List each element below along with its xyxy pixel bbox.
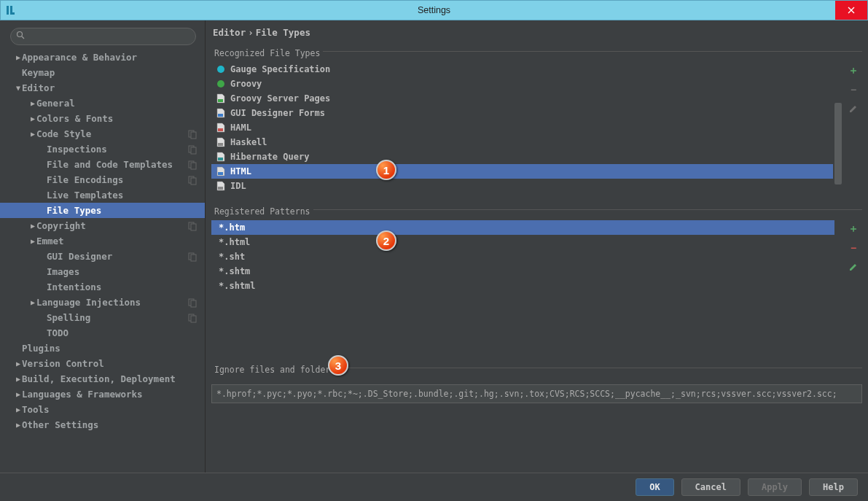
search-input[interactable] <box>10 28 196 45</box>
sidebar-item-language-injections[interactable]: Language Injections <box>0 295 205 310</box>
pattern-label: *.sht <box>219 249 245 264</box>
sidebar-item-file-and-code-templates[interactable]: File and Code Templates <box>0 157 205 172</box>
sidebar-item-colors-fonts[interactable]: Colors & Fonts <box>0 111 205 126</box>
edit-pattern-button[interactable] <box>848 261 859 273</box>
pattern-label: *.html <box>219 235 250 249</box>
file-type-row[interactable]: HAML <box>211 120 833 135</box>
sidebar-item-intentions[interactable]: Intentions <box>0 279 205 295</box>
sidebar-item-appearance-behavior[interactable]: Appearance & Behavior <box>0 50 205 65</box>
sidebar-item-languages-frameworks[interactable]: Languages & Frameworks <box>0 387 205 402</box>
pattern-row[interactable]: *.html <box>211 235 834 249</box>
sidebar-item-emmet[interactable]: Emmet <box>0 233 205 249</box>
search-icon <box>16 31 25 42</box>
patterns-list[interactable]: *.htm*.html*.sht*.shtm*.shtml <box>211 220 834 359</box>
svg-rect-15 <box>191 255 196 261</box>
add-pattern-button[interactable]: ＋ <box>848 223 859 235</box>
sidebar-item-label: Copyright <box>36 220 86 231</box>
file-type-label: Groovy <box>230 77 262 91</box>
file-type-row[interactable]: Haskell <box>211 135 833 149</box>
svg-rect-13 <box>191 224 196 230</box>
pattern-row[interactable]: *.htm <box>211 220 834 235</box>
registered-label: Registered Patterns <box>211 206 313 217</box>
sidebar-item-images[interactable]: Images <box>0 264 205 279</box>
file-type-label: Hibernate Query <box>230 149 309 164</box>
sidebar-item-spelling[interactable]: Spelling <box>0 310 205 325</box>
breadcrumb-sep-icon: › <box>248 27 254 38</box>
svg-rect-11 <box>191 178 196 185</box>
remove-file-type-button[interactable]: − <box>848 84 859 96</box>
tree-arrow-icon <box>29 96 36 111</box>
sidebar-item-label: Tools <box>22 404 50 415</box>
sidebar-item-version-control[interactable]: Version Control <box>0 356 205 371</box>
ok-button[interactable]: OK <box>636 478 673 496</box>
svg-rect-22 <box>218 99 223 102</box>
button-bar: OK Cancel Apply Help <box>0 473 868 500</box>
sidebar-item-label: File and Code Templates <box>47 159 173 170</box>
pattern-row[interactable]: *.shtm <box>211 264 834 279</box>
sidebar-item-plugins[interactable]: Plugins <box>0 341 205 356</box>
sidebar-item-inspections[interactable]: Inspections <box>0 141 205 157</box>
settings-tree[interactable]: Appearance & BehaviorKeymapEditorGeneral… <box>0 50 205 473</box>
sidebar-item-label: Keymap <box>22 67 55 78</box>
file-types-list[interactable]: Gauge SpecificationGroovyGroovy Server P… <box>211 62 833 201</box>
file-types-container: Gauge SpecificationGroovyGroovy Server P… <box>211 62 862 201</box>
sidebar-item-editor[interactable]: Editor <box>0 80 205 96</box>
file-type-row[interactable]: Gauge Specification <box>211 62 833 77</box>
project-scheme-icon <box>187 312 198 322</box>
pattern-row[interactable]: *.sht <box>211 249 834 264</box>
sidebar-item-file-types[interactable]: File Types <box>0 203 205 218</box>
breadcrumb-root: Editor <box>213 27 246 38</box>
file-types-scrollbar[interactable] <box>833 62 843 201</box>
svg-point-20 <box>217 66 224 73</box>
file-red-icon <box>216 123 226 133</box>
sidebar-item-build-execution-deployment[interactable]: Build, Execution, Deployment <box>0 371 205 387</box>
help-button[interactable]: Help <box>809 478 858 496</box>
edit-file-type-button[interactable] <box>848 103 859 114</box>
file-type-row[interactable]: Groovy <box>211 77 833 91</box>
sidebar-item-tools[interactable]: Tools <box>0 402 205 417</box>
svg-rect-19 <box>191 316 196 322</box>
pattern-row[interactable]: *.shtml <box>211 279 834 293</box>
callout-3: 3 <box>328 355 348 376</box>
add-file-type-button[interactable]: ＋ <box>848 65 859 77</box>
sidebar-item-live-templates[interactable]: Live Templates <box>0 187 205 203</box>
sidebar-item-gui-designer[interactable]: GUI Designer <box>0 249 205 264</box>
sidebar-item-general[interactable]: General <box>0 96 205 111</box>
sidebar-item-keymap[interactable]: Keymap <box>0 65 205 80</box>
ignore-input[interactable] <box>211 384 862 403</box>
svg-rect-7 <box>191 147 196 154</box>
file-blue-icon <box>216 166 226 176</box>
sidebar-item-label: Appearance & Behavior <box>22 52 137 63</box>
search-wrap <box>0 20 205 50</box>
file-type-row[interactable]: Groovy Server Pages <box>211 91 833 106</box>
apply-button[interactable]: Apply <box>748 478 802 496</box>
file-type-label: HAML <box>230 120 251 135</box>
settings-content: Appearance & BehaviorKeymapEditorGeneral… <box>0 20 868 473</box>
scroll-thumb[interactable] <box>834 103 842 185</box>
project-scheme-icon <box>187 220 198 230</box>
sidebar-item-todo[interactable]: TODO <box>0 325 205 341</box>
close-button[interactable] <box>835 1 867 20</box>
titlebar: Settings <box>0 0 868 20</box>
file-type-row[interactable]: GUI Designer Forms <box>211 106 833 120</box>
tree-arrow-icon <box>29 111 36 126</box>
cancel-button[interactable]: Cancel <box>681 478 740 496</box>
sidebar-item-other-settings[interactable]: Other Settings <box>0 417 205 432</box>
tree-arrow-icon <box>15 417 22 432</box>
file-type-row[interactable]: IDL <box>211 179 833 193</box>
sidebar-item-copyright[interactable]: Copyright <box>0 218 205 233</box>
svg-rect-9 <box>191 163 196 169</box>
sidebar-item-label: GUI Designer <box>47 251 112 262</box>
sidebar-item-file-encodings[interactable]: File Encodings <box>0 172 205 187</box>
file-type-label: HTML <box>230 164 251 179</box>
tree-arrow-icon <box>29 295 36 310</box>
sidebar-item-label: Intentions <box>47 281 101 292</box>
settings-sidebar: Appearance & BehaviorKeymapEditorGeneral… <box>0 20 206 473</box>
sidebar-item-code-style[interactable]: Code Style <box>0 126 205 141</box>
breadcrumb: Editor›File Types <box>206 20 868 42</box>
file-type-row[interactable]: Hibernate Query <box>211 149 833 164</box>
file-type-row[interactable]: HTML <box>211 164 833 179</box>
recognized-label: Recognized File Types <box>211 48 323 58</box>
remove-pattern-button[interactable]: − <box>848 242 859 254</box>
file-type-label: IDL <box>230 179 246 193</box>
